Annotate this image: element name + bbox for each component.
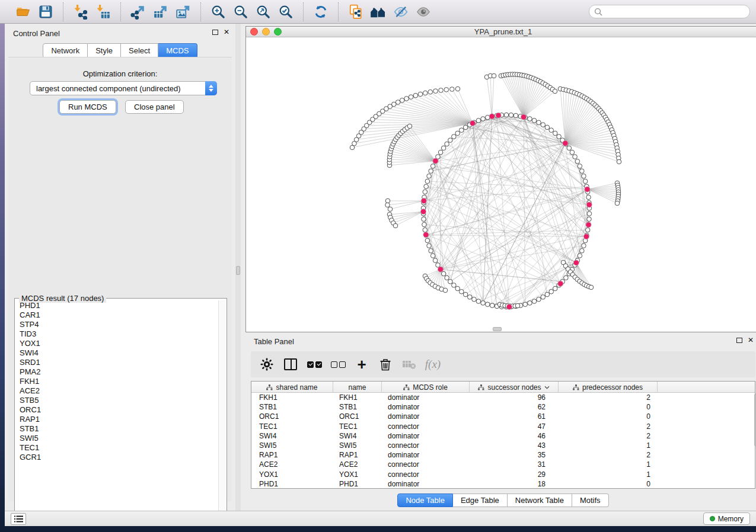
table-cell[interactable]: ORC1 — [333, 412, 382, 421]
mcds-node-item[interactable]: GCR1 — [15, 453, 217, 462]
duplicate-network-icon[interactable] — [344, 3, 367, 21]
network-canvas[interactable] — [246, 37, 756, 332]
show-all-icon[interactable] — [412, 3, 435, 21]
table-cell[interactable]: STB1 — [333, 403, 382, 411]
network-node[interactable] — [481, 301, 486, 306]
network-leaf-node[interactable] — [407, 124, 412, 129]
memory-button[interactable]: Memory — [703, 512, 750, 525]
network-leaf-node[interactable] — [404, 97, 409, 101]
network-node[interactable] — [427, 174, 432, 178]
network-node[interactable] — [567, 146, 572, 150]
open-folder-icon[interactable] — [12, 3, 34, 21]
network-leaf-node[interactable] — [553, 89, 557, 94]
table-cell[interactable]: SWI4 — [251, 432, 333, 440]
import-network-icon[interactable] — [69, 3, 92, 21]
network-node[interactable] — [441, 271, 446, 276]
table-panel-float-icon[interactable] — [736, 338, 742, 343]
network-node[interactable] — [587, 217, 592, 222]
column-header-MCDS-role[interactable]: MCDS role — [382, 382, 470, 393]
tab-network[interactable]: Network — [43, 43, 88, 58]
gear-icon[interactable] — [259, 357, 275, 372]
export-image-icon[interactable] — [172, 3, 194, 21]
zoom-selected-icon[interactable] — [275, 3, 297, 21]
column-header-shared-name[interactable]: shared name — [251, 382, 333, 393]
mcds-hub-node[interactable] — [489, 114, 495, 119]
table-cell[interactable]: dominator — [382, 451, 470, 459]
mcds-hub-node[interactable] — [420, 209, 426, 214]
table-cell[interactable]: FKH1 — [251, 393, 333, 402]
table-cell[interactable]: 0 — [559, 412, 658, 421]
network-node[interactable] — [472, 297, 477, 302]
table-cell[interactable]: ORC1 — [251, 412, 333, 421]
table-cell[interactable]: 0 — [559, 480, 658, 488]
network-leaf-node[interactable] — [449, 87, 454, 92]
network-node[interactable] — [455, 286, 460, 291]
select-all-checkboxes-icon[interactable] — [307, 357, 322, 372]
network-node[interactable] — [578, 164, 582, 169]
table-cell[interactable]: 1 — [559, 460, 658, 469]
network-leaf-node[interactable] — [492, 73, 496, 78]
tab-select[interactable]: Select — [121, 43, 158, 58]
table-cell[interactable]: 47 — [470, 422, 559, 431]
mcds-node-item[interactable]: STP4 — [15, 320, 217, 329]
network-leaf-node[interactable] — [385, 198, 390, 203]
mcds-node-item[interactable]: RAP1 — [15, 415, 217, 424]
network-node[interactable] — [580, 169, 585, 174]
network-leaf-node[interactable] — [439, 88, 444, 93]
table-cell[interactable]: YOX1 — [333, 470, 382, 479]
table-cell[interactable]: 2 — [559, 432, 658, 440]
network-node[interactable] — [427, 243, 432, 248]
mcds-hub-node[interactable] — [496, 113, 501, 118]
mcds-node-item[interactable]: YOX1 — [15, 339, 217, 348]
network-node[interactable] — [582, 243, 586, 248]
network-node[interactable] — [586, 195, 591, 200]
mcds-hub-node[interactable] — [558, 281, 563, 286]
table-cell[interactable]: STB1 — [251, 403, 333, 411]
network-node[interactable] — [445, 142, 449, 146]
network-node[interactable] — [513, 113, 518, 118]
network-leaf-node[interactable] — [388, 207, 393, 211]
network-node[interactable] — [424, 184, 429, 189]
mcds-node-item[interactable]: TID3 — [15, 329, 217, 339]
table-row[interactable]: PHD1PHD1dominator180 — [251, 479, 755, 489]
network-node[interactable] — [553, 286, 557, 291]
network-node[interactable] — [587, 211, 592, 216]
network-node[interactable] — [509, 113, 513, 117]
table-cell[interactable]: ACE2 — [333, 460, 382, 469]
table-cell[interactable]: 61 — [470, 412, 559, 421]
network-node[interactable] — [452, 134, 457, 139]
network-leaf-node[interactable] — [400, 98, 404, 103]
close-panel-button[interactable]: Close panel — [125, 100, 184, 114]
table-row[interactable]: FKH1FKH1dominator962 — [251, 393, 755, 402]
network-node[interactable] — [585, 227, 590, 232]
table-cell[interactable]: RAP1 — [251, 451, 333, 459]
network-node[interactable] — [557, 134, 562, 139]
table-panel-close-icon[interactable]: ✕ — [748, 337, 754, 343]
network-leaf-node[interactable] — [444, 88, 449, 92]
first-neighbors-icon[interactable] — [367, 3, 390, 21]
network-leaf-node[interactable] — [395, 100, 400, 105]
column-header-predecessor-nodes[interactable]: predecessor nodes — [559, 382, 658, 393]
search-field[interactable] — [589, 5, 750, 18]
table-cell[interactable]: connector — [382, 441, 470, 450]
table-cell[interactable]: connector — [382, 460, 470, 469]
table-row[interactable]: RAP1RAP1dominator352 — [251, 450, 755, 460]
save-icon[interactable] — [34, 3, 57, 21]
network-leaf-node[interactable] — [428, 89, 433, 94]
network-leaf-node[interactable] — [617, 159, 621, 164]
task-history-button[interactable] — [11, 513, 26, 525]
table-cell[interactable]: 43 — [470, 441, 559, 450]
network-window-titlebar[interactable]: YPA_prune.txt_1 — [246, 27, 756, 37]
table-cell[interactable]: dominator — [382, 393, 470, 402]
table-cell[interactable]: dominator — [382, 403, 470, 411]
table-cell[interactable]: TEC1 — [333, 422, 382, 431]
table-cell[interactable]: 29 — [470, 470, 559, 479]
vertical-splitter-handle[interactable] — [236, 266, 240, 275]
network-node[interactable] — [578, 254, 582, 258]
optimization-criterion-select[interactable]: largest connected component (undirected) — [30, 81, 217, 95]
table-cell[interactable]: YOX1 — [251, 470, 333, 479]
mcds-hub-node[interactable] — [423, 232, 429, 238]
table-row[interactable]: SWI4SWI4dominator462 — [251, 431, 755, 441]
table-row[interactable]: TEC1TEC1connector472 — [251, 422, 755, 431]
network-node[interactable] — [575, 159, 580, 164]
